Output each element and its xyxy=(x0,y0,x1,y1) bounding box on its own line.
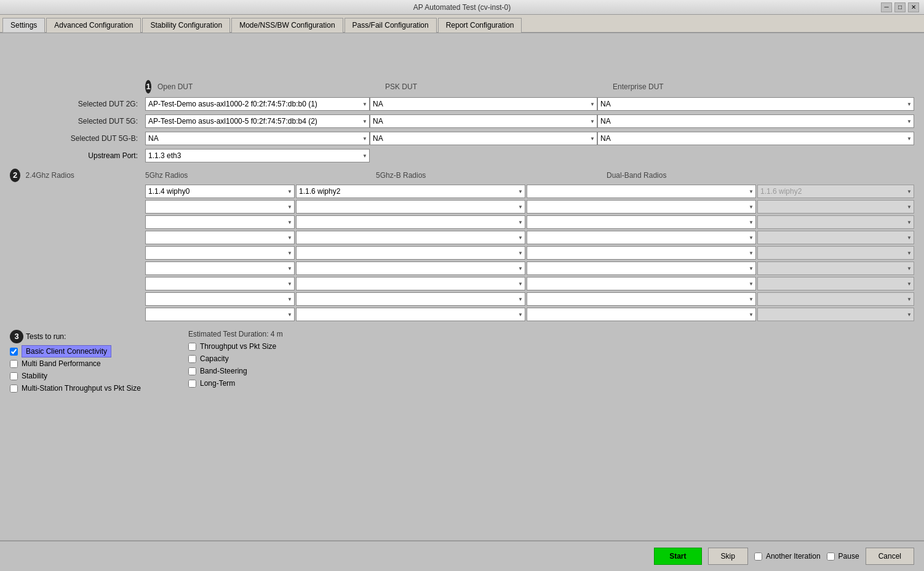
radio-row-6 xyxy=(10,277,914,290)
test-capacity-checkbox[interactable] xyxy=(188,355,196,363)
r0-24-select[interactable]: 1.1.4 wiphy0 xyxy=(145,185,295,198)
radio-col-headers: 5Ghz Radios 5Ghz-B Radios Dual-Band Radi… xyxy=(145,171,914,180)
r8-24-select[interactable] xyxy=(145,308,295,321)
step-badge-3: 3 xyxy=(10,330,23,343)
r1-dual-select[interactable] xyxy=(757,200,914,214)
r0-dual-select[interactable]: 1.1.6 wiphy2 xyxy=(757,185,914,198)
upstream-row: Upstream Port: 1.1.3 eth3 xyxy=(10,149,914,162)
dut-5g-open-select[interactable]: AP-Test-Demo asus-axl1000-5 f0:2f:74:57:… xyxy=(145,114,370,128)
r3-5-select[interactable] xyxy=(296,231,525,244)
tab-report-config[interactable]: Report Configuration xyxy=(438,18,522,33)
r0-5b-select[interactable] xyxy=(527,185,756,198)
dut-2g-enterprise-wrapper: NA xyxy=(597,97,914,111)
another-iter-wrap: Another Iteration xyxy=(754,552,821,561)
dut-5g-row: Selected DUT 5G: AP-Test-Demo asus-axl10… xyxy=(10,114,914,128)
test-bandsteering-label[interactable]: Band-Steering xyxy=(200,367,247,375)
dut-5g-psk-select[interactable]: NA xyxy=(370,114,597,128)
r5-5-select[interactable] xyxy=(296,262,525,275)
estimated-duration: Estimated Test Duration: 4 m xyxy=(188,330,283,338)
test-multistation-label[interactable]: Multi-Station Throughput vs Pkt Size xyxy=(22,384,141,393)
close-button[interactable]: ✕ xyxy=(908,2,919,12)
test-stability-checkbox[interactable] xyxy=(10,372,18,380)
r7-24-select[interactable] xyxy=(145,292,295,306)
another-iter-label[interactable]: Another Iteration xyxy=(766,552,821,561)
r4-24-select[interactable] xyxy=(145,246,295,260)
test-multiband-checkbox[interactable] xyxy=(10,360,18,368)
test-multistation-checkbox[interactable] xyxy=(10,385,18,393)
test-item-capacity: Capacity xyxy=(188,354,283,363)
window-controls[interactable]: ─ □ ✕ xyxy=(881,2,919,12)
r2-5b-select[interactable] xyxy=(527,215,756,229)
tab-stability-config[interactable]: Stability Configuration xyxy=(142,18,230,33)
title-bar: AP Automated Test (cv-inst-0) ─ □ ✕ xyxy=(0,0,924,15)
test-stability-label[interactable]: Stability xyxy=(22,372,47,380)
r5-dual-select[interactable] xyxy=(757,262,914,275)
minimize-button[interactable]: ─ xyxy=(881,2,892,12)
dut-2g-psk-select[interactable]: NA xyxy=(370,97,597,111)
r8-dual-select[interactable] xyxy=(757,308,914,321)
r1-5b-select[interactable] xyxy=(527,200,756,214)
r6-5b-select[interactable] xyxy=(527,277,756,290)
dut-5g-enterprise-select[interactable]: NA xyxy=(597,114,914,128)
another-iter-checkbox[interactable] xyxy=(754,553,762,561)
r6-24-select[interactable] xyxy=(145,277,295,290)
r5-5b-select[interactable] xyxy=(527,262,756,275)
test-throughput-label[interactable]: Throughput vs Pkt Size xyxy=(200,342,276,351)
dut-5gb-selects: NA NA NA xyxy=(145,132,914,145)
tab-pass-fail[interactable]: Pass/Fail Configuration xyxy=(345,18,437,33)
r2-24-select[interactable] xyxy=(145,215,295,229)
radio-row-1 xyxy=(10,200,914,214)
r2-dual-select[interactable] xyxy=(757,215,914,229)
tab-settings[interactable]: Settings xyxy=(2,18,45,33)
tab-advanced-config[interactable]: Advanced Configuration xyxy=(46,18,141,33)
radio-selects-0: 1.1.4 wiphy0 1.1.6 wiphy2 1.1.6 wiphy2 xyxy=(145,185,914,198)
r8-5b-select[interactable] xyxy=(527,308,756,321)
r4-5-select[interactable] xyxy=(296,246,525,260)
r0-5-select[interactable]: 1.1.6 wiphy2 xyxy=(296,185,525,198)
r4-dual-select[interactable] xyxy=(757,246,914,260)
skip-button[interactable]: Skip xyxy=(708,548,748,565)
upstream-label: Upstream Port: xyxy=(10,151,145,160)
r8-5-select[interactable] xyxy=(296,308,525,321)
r2-5-select[interactable] xyxy=(296,215,525,229)
test-basic-checkbox[interactable] xyxy=(10,348,18,356)
r7-dual-select[interactable] xyxy=(757,292,914,306)
r6-5-select[interactable] xyxy=(296,277,525,290)
dut-5gb-psk-select[interactable]: NA xyxy=(370,132,597,145)
tab-mode-nss-bw[interactable]: Mode/NSS/BW Configuration xyxy=(231,18,343,33)
dut-2g-enterprise-select[interactable]: NA xyxy=(597,97,914,111)
maximize-button[interactable]: □ xyxy=(894,2,906,12)
bottom-bar: Start Skip Another Iteration Pause Cance… xyxy=(0,540,924,571)
r3-dual-select[interactable] xyxy=(757,231,914,244)
cancel-button[interactable]: Cancel xyxy=(866,548,914,565)
test-longterm-label[interactable]: Long-Term xyxy=(200,379,235,388)
r4-5b-select[interactable] xyxy=(527,246,756,260)
r1-5-select[interactable] xyxy=(296,200,525,214)
dut-5g-enterprise-wrapper: NA xyxy=(597,114,914,128)
r1-24-select[interactable] xyxy=(145,200,295,214)
r6-dual-select[interactable] xyxy=(757,277,914,290)
test-item-throughput: Throughput vs Pkt Size xyxy=(188,342,283,351)
test-bandsteering-checkbox[interactable] xyxy=(188,367,196,375)
r7-5b-select[interactable] xyxy=(527,292,756,306)
r0-5b-wrapper xyxy=(527,185,756,198)
test-throughput-checkbox[interactable] xyxy=(188,343,196,351)
test-longterm-checkbox[interactable] xyxy=(188,380,196,388)
start-button[interactable]: Start xyxy=(654,548,701,565)
test-multiband-label[interactable]: Multi Band Performance xyxy=(22,359,101,368)
test-basic-label[interactable]: Basic Client Connectivity xyxy=(22,347,111,356)
upstream-port-select[interactable]: 1.1.3 eth3 xyxy=(145,149,370,162)
dut-2g-open-select[interactable]: AP-Test-Demo asus-axl1000-2 f0:2f:74:57:… xyxy=(145,97,370,111)
dut-5gb-enterprise-select[interactable]: NA xyxy=(597,132,914,145)
radio-row-7 xyxy=(10,292,914,306)
pause-label[interactable]: Pause xyxy=(838,552,859,561)
r5-24-select[interactable] xyxy=(145,262,295,275)
pause-checkbox[interactable] xyxy=(827,553,835,561)
test-capacity-label[interactable]: Capacity xyxy=(200,354,229,363)
radio-row-3 xyxy=(10,231,914,244)
dut-5gb-open-select[interactable]: NA xyxy=(145,132,370,145)
r3-5b-select[interactable] xyxy=(527,231,756,244)
r7-5-select[interactable] xyxy=(296,292,525,306)
dut-header-row: 1 Open DUT PSK DUT Enterprise DUT xyxy=(10,80,914,94)
r3-24-select[interactable] xyxy=(145,231,295,244)
